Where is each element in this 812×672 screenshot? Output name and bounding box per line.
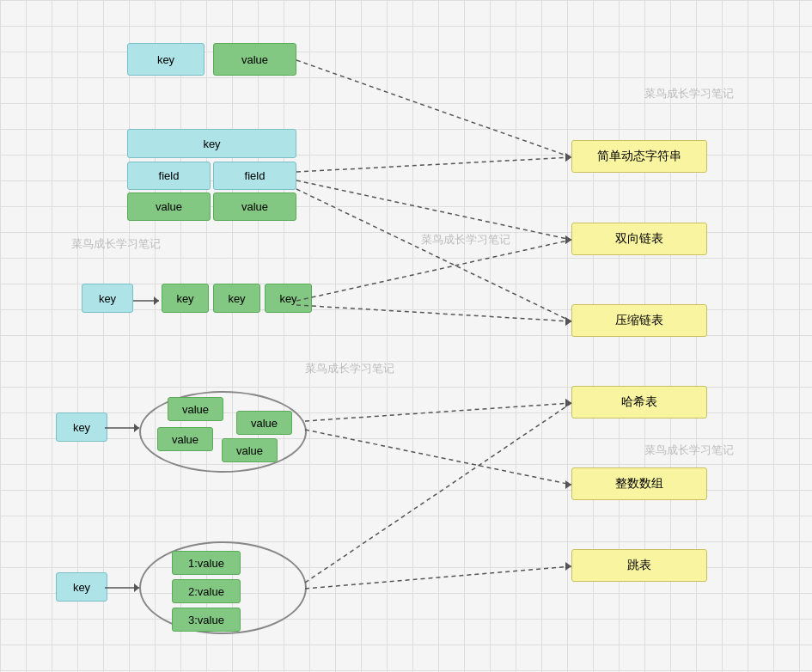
row4-value1: value	[168, 397, 223, 421]
result-hash-table: 哈希表	[571, 386, 707, 418]
result-doubly-linked: 双向链表	[571, 223, 707, 255]
row1-value-box: value	[213, 43, 296, 76]
row4-value4: value	[222, 438, 278, 462]
svg-marker-5	[565, 235, 571, 244]
row5-v3: 3:value	[172, 608, 241, 632]
svg-line-6	[296, 189, 571, 321]
svg-marker-9	[565, 235, 571, 244]
result-skip-list: 跳表	[571, 549, 707, 582]
result-simple-string: 简单动态字符串	[571, 140, 707, 173]
row5-v2: 2:value	[172, 579, 241, 603]
svg-line-2	[296, 157, 571, 172]
row4-value3: value	[157, 427, 213, 451]
svg-marker-1	[565, 153, 571, 162]
row5-key-box: key	[56, 572, 107, 602]
row5-v1: 1:value	[172, 551, 241, 575]
svg-line-10	[296, 305, 571, 321]
row2-field1: field	[127, 162, 211, 190]
svg-line-16	[305, 566, 571, 589]
row2-value2: value	[213, 192, 296, 221]
svg-marker-17	[565, 562, 571, 571]
svg-marker-19	[565, 399, 571, 407]
svg-marker-7	[565, 317, 571, 326]
watermark-4: 菜鸟成长学习笔记	[305, 361, 394, 376]
watermark-5: 菜鸟成长学习笔记	[644, 443, 734, 458]
svg-line-18	[305, 403, 571, 583]
svg-marker-21	[154, 296, 159, 305]
result-int-array: 整数数组	[571, 467, 707, 500]
svg-line-0	[296, 60, 571, 157]
row4-key-box: key	[56, 412, 107, 442]
row2-key-header: key	[127, 129, 296, 158]
svg-marker-15	[565, 480, 571, 489]
svg-line-8	[296, 240, 571, 301]
row1-key-box: key	[127, 43, 205, 76]
svg-marker-13	[565, 399, 571, 407]
row3-key1: key	[162, 284, 209, 313]
watermark-3: 菜鸟成长学习笔记	[71, 236, 161, 252]
row3-key2: key	[213, 284, 260, 313]
watermark-1: 菜鸟成长学习笔记	[644, 86, 734, 101]
watermark-2: 菜鸟成长学习笔记	[421, 232, 510, 247]
svg-marker-11	[565, 317, 571, 326]
svg-line-14	[305, 430, 571, 485]
svg-line-4	[296, 180, 571, 240]
svg-line-12	[305, 403, 571, 421]
svg-marker-3	[565, 153, 571, 162]
row2-value1: value	[127, 192, 211, 221]
row3-key-box: key	[82, 284, 133, 313]
row2-field2: field	[213, 162, 296, 190]
row4-value2: value	[236, 411, 292, 435]
result-compressed-list: 压缩链表	[571, 304, 707, 337]
row3-key3: key	[265, 284, 312, 313]
